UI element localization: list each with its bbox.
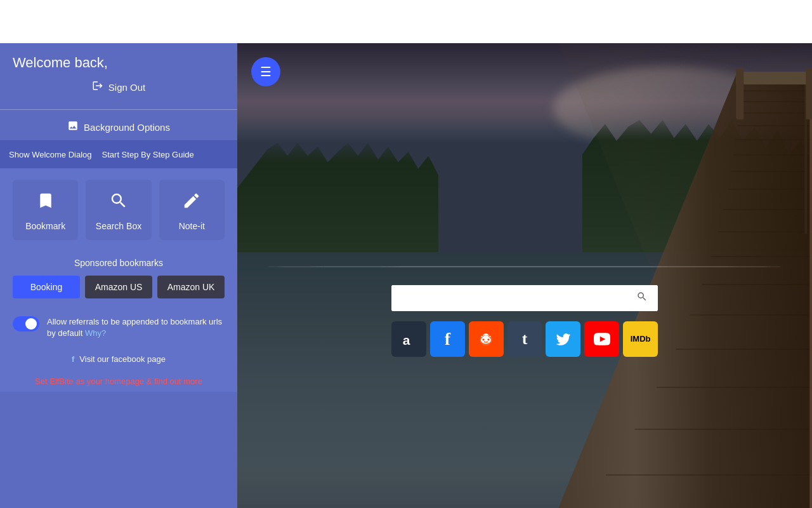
search-input[interactable]: [391, 285, 626, 311]
note-it-widget-label: Note-it: [179, 221, 205, 231]
search-icon: [109, 191, 128, 215]
toggle-slider: [13, 316, 39, 331]
background-options-label: Background Options: [84, 122, 170, 133]
image-icon: [67, 120, 79, 134]
svg-point-29: [483, 338, 485, 340]
tumblr-link[interactable]: t: [508, 321, 542, 357]
referrals-toggle[interactable]: [13, 316, 39, 331]
toggle-text: Allow referrals to be appended to bookma…: [47, 316, 225, 339]
scene-trees-left: [237, 136, 438, 266]
pencil-icon: [182, 191, 201, 215]
sponsored-title: Sponsored bookmarks: [13, 258, 225, 268]
menu-button[interactable]: ☰: [251, 57, 280, 86]
amazon-us-link[interactable]: Amazon US: [85, 276, 152, 298]
svg-point-30: [488, 338, 490, 340]
booking-link[interactable]: Booking: [13, 276, 80, 298]
facebook-page-link[interactable]: f Visit our facebook page: [13, 354, 225, 364]
show-welcome-dialog-link[interactable]: Show Welcome Dialog: [5, 147, 96, 162]
widgets-section: Bookmark Search Box Note-it: [0, 168, 237, 251]
sidebar-header: Welcome back, Sign Out: [0, 43, 237, 105]
facebook-quick-link[interactable]: f: [430, 321, 465, 357]
divider-1: [0, 109, 237, 110]
search-box-widget-label: Search Box: [96, 221, 141, 231]
sign-out-icon: [92, 80, 103, 94]
amazon-link[interactable]: a: [391, 321, 426, 357]
nav-links: Show Welcome Dialog Start Step By Step G…: [0, 141, 237, 168]
top-bar: [0, 0, 812, 43]
bookmark-icon: [36, 191, 55, 215]
homepage-link[interactable]: Set ElfBite as your homepage & find out …: [35, 377, 202, 386]
imdb-link[interactable]: IMDb: [623, 321, 658, 357]
svg-point-31: [483, 333, 488, 338]
sign-out-button[interactable]: Sign Out: [13, 80, 225, 94]
bookmark-widget-button[interactable]: Bookmark: [13, 180, 78, 240]
sign-out-label: Sign Out: [108, 82, 145, 93]
twitter-link[interactable]: [546, 321, 580, 357]
bookmark-widget-label: Bookmark: [25, 221, 65, 231]
reddit-link[interactable]: [469, 321, 504, 357]
facebook-link-text: Visit our facebook page: [79, 354, 166, 364]
sponsored-section: Sponsored bookmarks Booking Amazon US Am…: [0, 251, 237, 307]
why-link[interactable]: Why?: [85, 328, 106, 338]
toggle-section: Allow referrals to be appended to bookma…: [0, 307, 237, 348]
background-options-button[interactable]: Background Options: [0, 114, 237, 140]
hamburger-icon: ☰: [260, 65, 272, 78]
step-by-step-guide-link[interactable]: Start Step By Step Guide: [98, 147, 198, 162]
sidebar: Welcome back, Sign Out Background Option…: [0, 43, 237, 508]
note-it-widget-button[interactable]: Note-it: [159, 180, 225, 240]
welcome-text: Welcome back,: [13, 55, 225, 71]
main-area: Welcome back, Sign Out Background Option…: [0, 43, 812, 508]
amazon-uk-link[interactable]: Amazon UK: [157, 276, 225, 298]
quick-links: a f: [391, 321, 658, 357]
svg-text:a: a: [403, 333, 410, 347]
homepage-section: Set ElfBite as your homepage & find out …: [0, 370, 237, 392]
facebook-section: f Visit our facebook page: [0, 348, 237, 370]
sponsored-links: Booking Amazon US Amazon UK: [13, 276, 225, 298]
search-area: a f: [391, 285, 658, 357]
search-box-widget-button[interactable]: Search Box: [86, 180, 151, 240]
search-input-wrapper: [391, 285, 658, 311]
facebook-icon: f: [72, 354, 74, 364]
svg-point-32: [485, 335, 485, 335]
search-button[interactable]: [626, 285, 658, 311]
content-area: ☰ a f: [237, 43, 812, 508]
youtube-link[interactable]: [584, 321, 619, 357]
svg-point-33: [487, 335, 487, 335]
scene-dock: [496, 43, 812, 508]
